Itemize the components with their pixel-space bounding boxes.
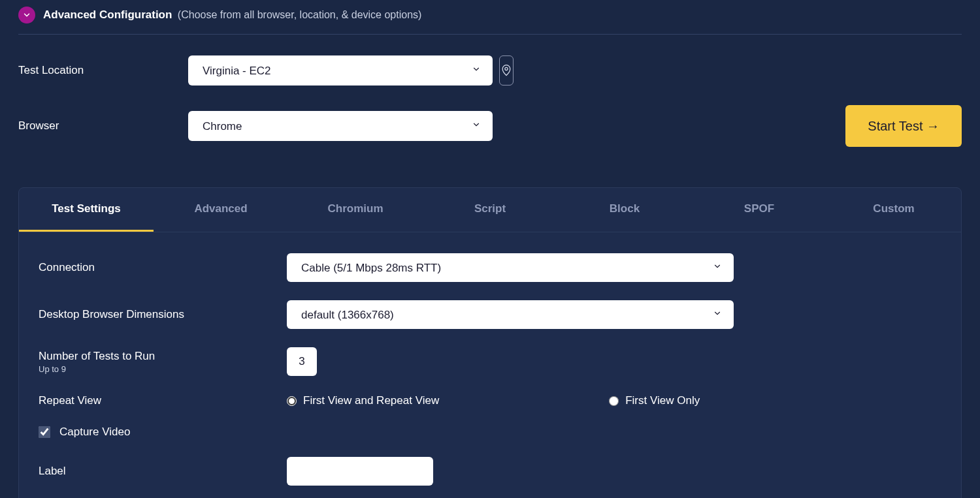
num-tests-hint: Up to 9: [39, 364, 287, 374]
browser-select[interactable]: Chrome: [188, 111, 493, 141]
chevron-down-icon: [22, 10, 31, 20]
connection-select[interactable]: Cable (5/1 Mbps 28ms RTT): [287, 253, 734, 282]
capture-video-label: Capture Video: [59, 426, 130, 439]
dimensions-label: Desktop Browser Dimensions: [39, 308, 287, 321]
repeat-view-opt-first-only[interactable]: First View Only: [609, 394, 700, 407]
header-title: Advanced Configuration: [43, 8, 172, 21]
header-subtitle: (Choose from all browser, location, & de…: [178, 9, 422, 20]
start-test-button[interactable]: Start Test →: [845, 105, 962, 147]
tab-test-settings[interactable]: Test Settings: [19, 188, 154, 232]
connection-label: Connection: [39, 261, 287, 274]
settings-tabs-panel: Test Settings Advanced Chromium Script B…: [18, 187, 962, 498]
svg-point-0: [505, 67, 508, 70]
tab-chromium[interactable]: Chromium: [288, 188, 423, 232]
tab-spof[interactable]: SPOF: [692, 188, 826, 232]
test-location-select[interactable]: Virginia - EC2: [188, 55, 493, 86]
repeat-view-radio-2[interactable]: [609, 396, 619, 406]
label-label: Label: [39, 465, 287, 478]
collapse-toggle[interactable]: [18, 7, 35, 23]
repeat-view-opt-first-and-repeat[interactable]: First View and Repeat View: [287, 394, 439, 407]
repeat-view-radio-1[interactable]: [287, 396, 297, 406]
tabs-bar: Test Settings Advanced Chromium Script B…: [19, 188, 961, 232]
num-tests-label: Number of Tests to Run: [39, 350, 155, 362]
test-location-label: Test Location: [18, 64, 188, 77]
repeat-opt1-label: First View and Repeat View: [303, 394, 439, 407]
tab-custom[interactable]: Custom: [826, 188, 961, 232]
label-input[interactable]: [287, 457, 433, 486]
advanced-config-header: Advanced Configuration (Choose from all …: [18, 7, 962, 35]
tab-script[interactable]: Script: [423, 188, 557, 232]
capture-video-checkbox[interactable]: [39, 426, 50, 438]
browser-label: Browser: [18, 119, 188, 132]
dimensions-select[interactable]: default (1366x768): [287, 300, 734, 329]
map-location-button[interactable]: [499, 55, 514, 86]
repeat-view-label: Repeat View: [39, 394, 287, 407]
repeat-opt2-label: First View Only: [625, 394, 700, 407]
tab-block[interactable]: Block: [557, 188, 692, 232]
num-tests-input[interactable]: [287, 347, 317, 376]
tab-advanced[interactable]: Advanced: [154, 188, 288, 232]
map-pin-icon: [500, 64, 513, 77]
